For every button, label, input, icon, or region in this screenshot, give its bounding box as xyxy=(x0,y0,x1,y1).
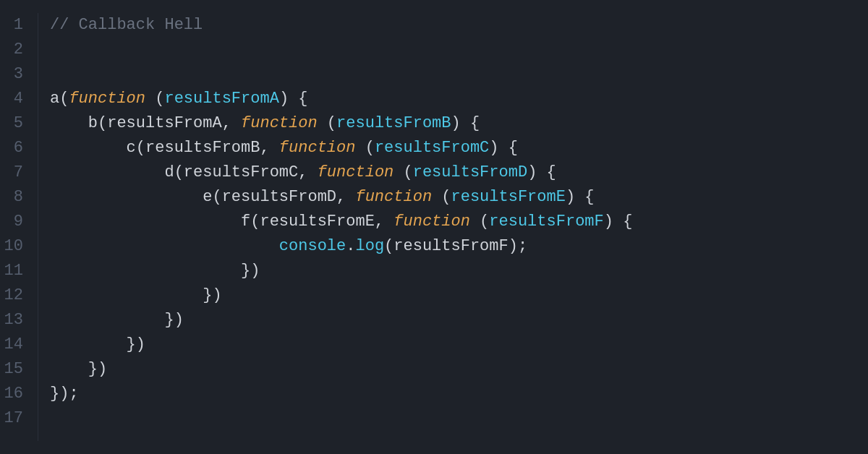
line-number: 1 xyxy=(14,13,23,38)
code-token: function xyxy=(318,163,394,181)
code-line: f(resultsFromE, function (resultsFromF) … xyxy=(50,210,868,234)
line-numbers: 1234567891011121314151617 xyxy=(0,13,38,441)
code-token: resultsFromB xyxy=(336,114,451,132)
code-token: resultsFromC xyxy=(375,139,489,157)
code-token: d(resultsFromC, xyxy=(50,163,318,181)
line-number: 6 xyxy=(14,136,23,160)
code-token: a( xyxy=(50,90,69,108)
code-token: ( xyxy=(355,139,374,157)
code-content: // Callback Hell a(function (resultsFrom… xyxy=(38,13,868,441)
code-token: function xyxy=(279,139,356,157)
code-token: ) { xyxy=(279,90,308,108)
code-token: ( xyxy=(145,90,164,108)
code-token: ( xyxy=(432,188,451,206)
code-line: }) xyxy=(50,357,868,382)
code-token: function xyxy=(355,188,432,206)
code-token: function xyxy=(69,90,145,108)
code-token: }) xyxy=(50,311,184,329)
code-token: (resultsFromF); xyxy=(384,237,527,255)
code-line: }) xyxy=(50,333,868,357)
line-number: 9 xyxy=(14,210,23,234)
code-token: function xyxy=(241,114,318,132)
code-line xyxy=(50,62,868,87)
code-editor: 1234567891011121314151617 // Callback He… xyxy=(0,0,868,454)
code-token: ( xyxy=(470,213,489,231)
code-token: ) { xyxy=(604,213,633,231)
code-token: // Callback Hell xyxy=(50,16,203,34)
code-token: resultsFromA xyxy=(164,90,278,108)
code-token: resultsFromD xyxy=(413,163,527,181)
code-token xyxy=(50,237,279,255)
code-token: console xyxy=(279,237,346,255)
code-token: ) { xyxy=(451,114,480,132)
code-token: . xyxy=(346,237,355,255)
code-token: resultsFromE xyxy=(451,188,566,206)
code-line: console.log(resultsFromF); xyxy=(50,234,868,259)
code-token: }) xyxy=(50,262,260,280)
code-line: }) xyxy=(50,259,868,283)
code-line: }) xyxy=(50,283,868,308)
code-token: f(resultsFromE, xyxy=(50,213,393,231)
code-line: e(resultsFromD, function (resultsFromE) … xyxy=(50,185,868,210)
line-number: 3 xyxy=(14,62,23,87)
code-token: ( xyxy=(318,114,336,132)
code-token: }); xyxy=(50,385,79,403)
line-number: 14 xyxy=(4,333,23,357)
line-number: 5 xyxy=(14,111,23,136)
line-number: 8 xyxy=(14,185,23,210)
code-token: }) xyxy=(50,286,222,304)
line-number: 11 xyxy=(4,259,23,283)
code-line: d(resultsFromC, function (resultsFromD) … xyxy=(50,160,868,185)
code-token: c(resultsFromB, xyxy=(50,139,279,157)
line-number: 12 xyxy=(4,283,23,308)
code-token: resultsFromF xyxy=(489,213,603,231)
code-line: // Callback Hell xyxy=(50,13,868,38)
line-number: 4 xyxy=(14,87,23,111)
code-token: }) xyxy=(50,335,145,354)
code-token: ) { xyxy=(527,163,556,181)
code-line xyxy=(50,406,868,431)
line-number: 7 xyxy=(14,160,23,185)
code-token: b(resultsFromA, xyxy=(50,114,241,132)
line-number: 2 xyxy=(14,38,23,62)
code-token: ( xyxy=(393,163,412,181)
line-number: 16 xyxy=(4,382,23,406)
code-token: log xyxy=(355,237,384,255)
code-token: ) { xyxy=(566,188,595,206)
code-line: c(resultsFromB, function (resultsFromC) … xyxy=(50,136,868,160)
code-token: e(resultsFromD, xyxy=(50,188,355,206)
code-line: }); xyxy=(50,382,868,406)
line-number: 15 xyxy=(4,357,23,382)
line-number: 17 xyxy=(4,406,23,431)
code-token: function xyxy=(393,213,470,231)
code-line: a(function (resultsFromA) { xyxy=(50,87,868,111)
code-line: }) xyxy=(50,308,868,333)
line-number: 13 xyxy=(4,308,23,333)
code-line xyxy=(50,38,868,62)
code-token: ) { xyxy=(489,139,518,157)
code-token: }) xyxy=(50,360,107,378)
code-line: b(resultsFromA, function (resultsFromB) … xyxy=(50,111,868,136)
line-number: 10 xyxy=(4,234,23,259)
